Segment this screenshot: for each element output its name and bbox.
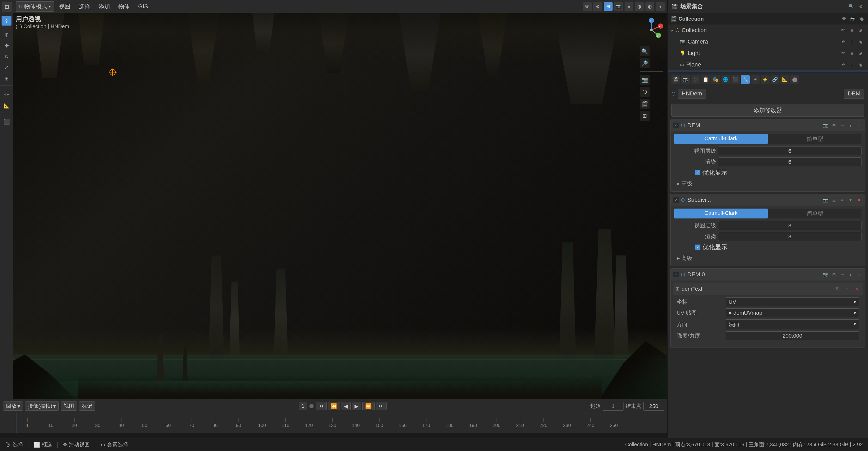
dem0-arrow-down[interactable]: ▾ xyxy=(847,271,854,278)
timeline-menu-view[interactable]: 视图 xyxy=(61,401,77,411)
end-frame[interactable]: 250 xyxy=(643,402,664,411)
tool-move[interactable]: ✥ xyxy=(2,41,11,51)
tool-measure[interactable]: 📐 xyxy=(2,101,11,111)
dem-display-icon[interactable]: ⊞ xyxy=(830,122,837,129)
current-frame-input[interactable]: 1 xyxy=(299,402,307,410)
col-render[interactable]: ◉ xyxy=(857,27,864,34)
menu-view[interactable]: 视图 xyxy=(55,2,74,11)
vp-scene-view[interactable]: 🎬 xyxy=(640,99,650,109)
prop-tab-particles[interactable]: ✦ xyxy=(751,75,760,84)
dem0-render-icon[interactable]: 📷 xyxy=(822,271,829,278)
subdiv-viewlevel-value[interactable]: 3 xyxy=(718,221,862,230)
vp-zoom-in[interactable]: 🔍 xyxy=(640,47,650,56)
prop-tab-output[interactable]: ⬡ xyxy=(691,75,700,84)
viewport-icon-8[interactable]: ▾ xyxy=(656,2,665,11)
outliner-plane-item[interactable]: ▭ Plane 👁 ⊕ ◉ xyxy=(668,59,868,70)
tool-cursor[interactable]: ⊕ xyxy=(2,30,11,40)
cam-render[interactable]: ◉ xyxy=(857,38,864,46)
prop-tab-physics[interactable]: ⚡ xyxy=(761,75,770,84)
timeline-ruler[interactable]: 1 10 20 30 40 50 60 70 80 90 100 110 120… xyxy=(0,413,667,433)
viewport-icon-3[interactable]: ⊞ xyxy=(604,2,613,11)
jump-start[interactable]: ⏮ xyxy=(316,402,327,410)
modifier-dem-header[interactable]: ✓ ⬡ DEM 📷 ⊞ ✏ ▾ ✕ xyxy=(671,119,865,131)
dem0-toggle[interactable]: ✓ xyxy=(673,272,679,277)
menu-select[interactable]: 选择 xyxy=(75,2,94,11)
step-forward[interactable]: ⏩ xyxy=(362,402,375,410)
prop-tab-data[interactable]: 📐 xyxy=(780,75,789,84)
dem0-close[interactable]: ✕ xyxy=(855,271,863,278)
viewport[interactable]: ⊞ ⬡ 物体模式 ▾ 视图 选择 添加 物体 GIS 👁 ⚙ ⊞ 📷 ● ◑ ◐… xyxy=(0,0,667,433)
tool-add-cube[interactable]: ⬛ xyxy=(2,117,11,127)
tool-annotate[interactable]: ✏ xyxy=(2,90,11,99)
col-cursor[interactable]: ⊕ xyxy=(848,27,856,34)
col-eye[interactable]: 👁 xyxy=(839,27,847,34)
play-reverse[interactable]: ◀ xyxy=(341,402,350,410)
plane-render[interactable]: ◉ xyxy=(857,61,864,68)
subdiv-edit-icon[interactable]: ✏ xyxy=(839,196,846,204)
subdiv-display-icon[interactable]: ⊞ xyxy=(830,196,837,204)
strength-value[interactable]: 200.000 xyxy=(726,331,859,340)
viewport-icon-7[interactable]: ◐ xyxy=(645,2,654,11)
prop-tab-render[interactable]: 📷 xyxy=(681,75,690,84)
plane-eye[interactable]: 👁 xyxy=(839,61,847,68)
data-name-btn[interactable]: DEM xyxy=(844,89,864,98)
cam-cursor[interactable]: ⊕ xyxy=(848,38,856,46)
menu-add[interactable]: 添加 xyxy=(95,2,114,11)
prop-tab-material[interactable]: ⬤ xyxy=(790,75,799,84)
prop-tab-view-layer[interactable]: 📋 xyxy=(701,75,710,84)
mode-selector[interactable]: ⬡ 物体模式 ▾ xyxy=(16,1,54,12)
subdiv-advanced-row[interactable]: ▸ 高级 xyxy=(674,253,862,263)
vp-zoom-out[interactable]: 🔎 xyxy=(640,58,650,68)
viewport-corner-icon[interactable]: ⊞ xyxy=(2,2,12,12)
subdiv-optimize-checkbox[interactable]: ✓ xyxy=(695,244,701,250)
dem-render-icon[interactable]: 📷 xyxy=(822,122,829,129)
step-back[interactable]: ⏪ xyxy=(328,402,340,410)
dem-arrow-down[interactable]: ▾ xyxy=(847,122,854,129)
dem-tab-simple[interactable]: 简单型 xyxy=(768,134,862,144)
coord-value[interactable]: UV ▾ xyxy=(726,297,859,306)
jump-end[interactable]: ⏭ xyxy=(376,402,386,410)
timeline-menu-marks[interactable]: 标记 xyxy=(79,401,95,411)
dem-advanced-row[interactable]: ▸ 高级 xyxy=(674,178,862,189)
scene-render[interactable]: ◉ xyxy=(858,15,865,23)
vp-grid-view[interactable]: ⊞ xyxy=(640,111,650,121)
subdiv-close[interactable]: ✕ xyxy=(855,196,863,204)
subdiv-arrow-down[interactable]: ▾ xyxy=(847,196,854,204)
tool-scale[interactable]: ⤢ xyxy=(2,63,11,72)
prop-tab-world[interactable]: 🌐 xyxy=(721,75,730,84)
prop-tab-scene[interactable]: 🎬 xyxy=(672,75,680,84)
menu-object[interactable]: 物体 xyxy=(115,2,133,11)
light-cursor[interactable]: ⊕ xyxy=(848,50,856,57)
scene-camera[interactable]: 📷 xyxy=(849,15,857,23)
timeline-menu-fps[interactable]: 摄像(描帧) ▾ xyxy=(25,401,59,411)
subdiv-render-value[interactable]: 3 xyxy=(718,232,862,241)
dem-close[interactable]: ✕ xyxy=(855,122,863,129)
menu-gis[interactable]: GIS xyxy=(134,2,152,11)
play-forward[interactable]: ▶ xyxy=(352,402,361,410)
demtext-new[interactable]: + xyxy=(843,285,851,293)
dem-optimize-checkbox[interactable]: ✓ xyxy=(695,170,701,175)
outliner-hndem-item[interactable]: ⬡ HNDem 🔧 ⬡ 👁 ⊕ ◉ xyxy=(668,70,868,73)
start-frame[interactable]: 1 xyxy=(603,402,623,411)
vp-camera-view[interactable]: 📷 xyxy=(640,75,650,85)
outliner-filter[interactable]: 🔍 xyxy=(848,3,855,10)
outliner-camera-item[interactable]: 📷 Camera 👁 ⊕ ◉ xyxy=(668,36,868,48)
outliner-collection[interactable]: ▸ ⬡ Collection 👁 ⊕ ◉ xyxy=(668,25,868,36)
light-eye[interactable]: 👁 xyxy=(839,50,847,57)
cam-eye[interactable]: 👁 xyxy=(839,38,847,46)
subdiv-tab-catmull[interactable]: Catmull-Clark xyxy=(674,209,768,218)
outliner-light-item[interactable]: 💡 Light 👁 ⊕ ◉ xyxy=(668,48,868,59)
plane-cursor[interactable]: ⊕ xyxy=(848,61,856,68)
add-modifier-button[interactable]: 添加修改器 xyxy=(672,104,864,117)
prop-tab-constraints[interactable]: 🔗 xyxy=(771,75,779,84)
prop-tab-object[interactable]: ⬛ xyxy=(731,75,740,84)
modifier-dem0-header[interactable]: ✓ ⬡ DEM.0... 📷 ⊞ ✏ ▾ ✕ xyxy=(671,269,865,280)
light-render[interactable]: ◉ xyxy=(857,50,864,57)
timeline-menu-playback[interactable]: 回放 ▾ xyxy=(3,401,23,411)
subdiv-render-icon[interactable]: 📷 xyxy=(822,196,829,204)
viewport-icon-2[interactable]: ⚙ xyxy=(593,2,602,11)
outliner-settings[interactable]: ⚙ xyxy=(857,3,864,10)
viewport-icon-6[interactable]: ◑ xyxy=(635,2,644,11)
viewport-icon-1[interactable]: 👁 xyxy=(583,2,592,11)
tool-select[interactable]: ⊹ xyxy=(2,16,11,26)
